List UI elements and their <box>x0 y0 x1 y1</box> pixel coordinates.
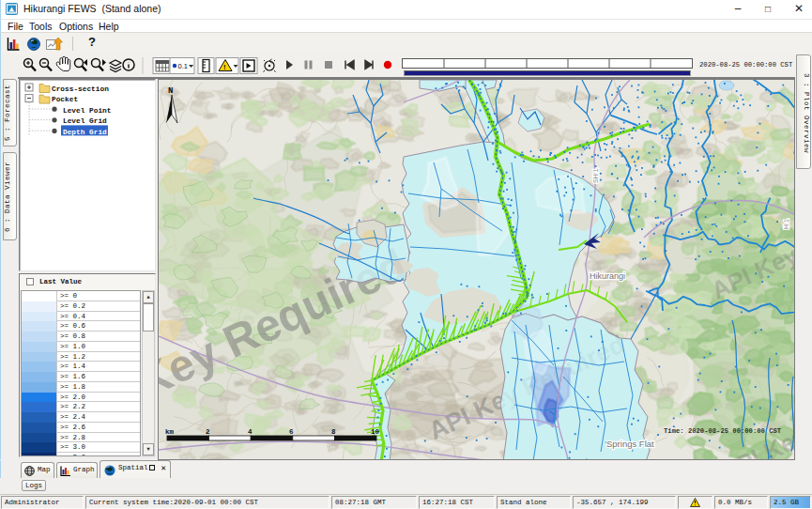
svg-text:10: 10 <box>371 428 380 436</box>
svg-text:Time: 2020-08-25 00:00:00 CST: Time: 2020-08-25 00:00:00 CST <box>664 427 782 435</box>
svg-text:N: N <box>168 86 173 96</box>
svg-text:Pocket: Pocket <box>52 96 78 103</box>
svg-text:8: 8 <box>331 428 336 436</box>
svg-text:SH 1: SH 1 <box>592 168 599 183</box>
svg-text:Level Grid: Level Grid <box>63 117 107 125</box>
svg-text:km: km <box>165 428 175 436</box>
svg-text:2: 2 <box>206 428 210 436</box>
svg-text:H 1: H 1 <box>783 219 789 229</box>
svg-text:!: ! <box>223 63 226 71</box>
svg-text:0.1: 0.1 <box>178 62 188 70</box>
svg-text:Springs Flat: Springs Flat <box>606 439 654 449</box>
svg-text:Hikurangi: Hikurangi <box>590 271 625 281</box>
svg-text:Cross-section: Cross-section <box>52 85 109 93</box>
svg-text:6: 6 <box>289 428 294 436</box>
svg-text:4: 4 <box>248 428 253 436</box>
svg-text:Level Point: Level Point <box>63 107 111 115</box>
svg-text:Depth Grid: Depth Grid <box>63 129 107 136</box>
